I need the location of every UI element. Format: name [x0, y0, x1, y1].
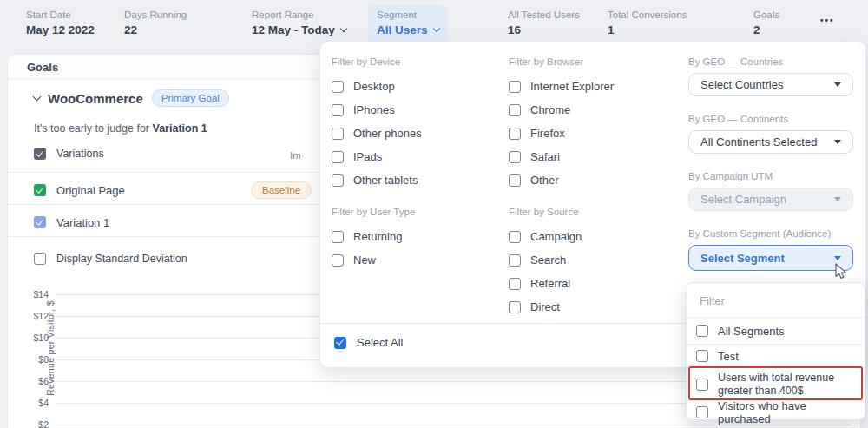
ab-testing-dashboard: Start Date May 12 2022 Days Running 22 R… [0, 0, 868, 428]
checkbox[interactable] [696, 379, 708, 391]
checkbox[interactable] [332, 174, 344, 187]
select-all-label: Select All [357, 336, 403, 349]
checkbox[interactable] [509, 81, 521, 93]
original-page-checkbox[interactable] [34, 184, 46, 196]
select-all-checkbox[interactable] [334, 337, 346, 349]
checkbox[interactable] [509, 254, 521, 267]
early-judgement-note: It's too early to judge for Variation 1 [34, 122, 207, 135]
browser-source-column: Filter by Browser Internet Explorer Chro… [509, 56, 614, 319]
goal-woocommerce-toggle[interactable]: WooCommerce Primary Goal [34, 89, 229, 107]
checkbox[interactable] [332, 104, 344, 116]
filter-option-ipads[interactable]: IPads [332, 145, 422, 168]
checkbox[interactable] [509, 128, 521, 140]
filter-option-firefox[interactable]: Firefox [509, 122, 614, 145]
section-title: Filter by User Type [332, 207, 422, 217]
stat-label: Segment [377, 10, 439, 20]
checkbox[interactable] [332, 81, 344, 93]
y-tick: $10 [23, 333, 49, 343]
chevron-down-icon [340, 25, 347, 32]
segment-option-purchased[interactable]: Visitors who have purchased [687, 401, 865, 424]
stat-value: 22 [124, 23, 187, 36]
geo-segment-column: By GEO — Countries Select Countries By G… [688, 56, 853, 271]
variant-label: Variation 1 [56, 216, 109, 229]
segment-option-revenue-400[interactable]: Users with total revenue greater than 40… [687, 368, 865, 401]
checkbox[interactable] [332, 128, 344, 140]
chevron-down-icon [33, 93, 42, 102]
section-title: Filter by Browser [509, 56, 614, 67]
checkbox[interactable] [509, 104, 521, 116]
stat-days-running: Days Running 22 [124, 10, 187, 36]
filter-option-referral[interactable]: Referral [509, 272, 614, 295]
variation-1-checkbox[interactable] [34, 216, 46, 228]
variations-checkbox[interactable] [34, 148, 46, 160]
filter-option-returning[interactable]: Returning [332, 225, 422, 248]
more-menu-icon[interactable]: ••• [820, 16, 835, 25]
filter-option-other-tablets[interactable]: Other tablets [332, 168, 422, 192]
stat-value: 1 [608, 23, 687, 36]
stat-label: Start Date [26, 10, 95, 20]
select-segment-dropdown[interactable]: Select Segment [688, 245, 853, 271]
caret-down-icon [834, 256, 841, 260]
select-countries-dropdown[interactable]: Select Countries [688, 73, 853, 96]
stat-value: All Users [377, 23, 428, 36]
filter-option-safari[interactable]: Safari [509, 145, 614, 168]
caret-down-icon [834, 82, 841, 87]
variations-header-row[interactable]: Variations [34, 148, 104, 160]
checkbox[interactable] [509, 278, 521, 290]
filter-option-campaign[interactable]: Campaign [509, 225, 614, 248]
filter-option-chrome[interactable]: Chrome [509, 98, 614, 122]
device-usertype-column: Filter by Device Desktop IPhones Other p… [332, 56, 422, 272]
select-campaign-dropdown[interactable]: Select Campaign [688, 188, 853, 211]
checkbox[interactable] [509, 151, 521, 163]
filter-option-direct[interactable]: Direct [509, 295, 614, 319]
select-label: By GEO — Countries [688, 56, 853, 67]
caret-down-icon [834, 140, 841, 144]
checkbox[interactable] [509, 231, 521, 243]
stat-label: Goals [753, 10, 779, 20]
filter-option-other-phones[interactable]: Other phones [332, 122, 422, 145]
section-title: Filter by Source [509, 207, 614, 217]
checkbox[interactable] [696, 325, 708, 337]
checkbox[interactable] [509, 301, 521, 313]
segment-select-dropdown: All Segments Test Users with total reven… [686, 282, 865, 420]
caret-down-icon [834, 197, 841, 201]
segment-filter-input[interactable] [700, 294, 852, 307]
select-label: By Custom Segment (Audience) [688, 228, 853, 239]
checkbox[interactable] [332, 254, 344, 267]
filter-option-other-browser[interactable]: Other [509, 168, 614, 192]
segment-option-test[interactable]: Test [687, 345, 865, 368]
select-continents-dropdown[interactable]: All Continents Selected [688, 130, 853, 154]
filter-option-iphones[interactable]: IPhones [332, 98, 422, 122]
filter-option-internet-explorer[interactable]: Internet Explorer [509, 75, 614, 98]
segment-control[interactable]: Segment All Users [368, 5, 448, 43]
stat-label: Report Range [252, 10, 346, 20]
stat-tested-users: All Tested Users 16 [508, 10, 580, 36]
variation-1-row[interactable]: Variation 1 [34, 209, 109, 235]
stat-label: Days Running [124, 10, 187, 20]
filter-option-desktop[interactable]: Desktop [332, 75, 422, 98]
stat-value: 2 [753, 23, 779, 36]
std-deviation-label: Display Standard Deviation [56, 253, 187, 265]
chevron-down-icon [432, 25, 439, 32]
checkbox[interactable] [509, 174, 521, 187]
checkbox[interactable] [696, 350, 708, 362]
improvement-column-header: Improvement [290, 150, 300, 161]
mouse-cursor-icon [834, 263, 849, 280]
report-range-control[interactable]: Report Range 12 May - Today [252, 10, 346, 36]
variations-label: Variations [56, 148, 104, 160]
checkbox[interactable] [696, 406, 708, 418]
checkbox[interactable] [332, 231, 344, 243]
checkbox[interactable] [332, 151, 344, 163]
stat-value: 12 May - Today [252, 23, 335, 36]
filter-option-new[interactable]: New [332, 248, 422, 272]
filter-option-search[interactable]: Search [509, 248, 614, 272]
segment-option-all[interactable]: All Segments [687, 318, 865, 345]
goal-name: WooCommerce [48, 91, 143, 106]
select-label: By GEO — Continents [688, 114, 853, 124]
segment-filter-inputbox [687, 283, 865, 318]
stat-label: Total Conversions [608, 10, 687, 20]
std-deviation-checkbox[interactable] [34, 253, 46, 265]
variant-label: Original Page [56, 184, 125, 197]
y-tick: $2 [23, 419, 49, 428]
y-tick: $14 [23, 289, 49, 300]
